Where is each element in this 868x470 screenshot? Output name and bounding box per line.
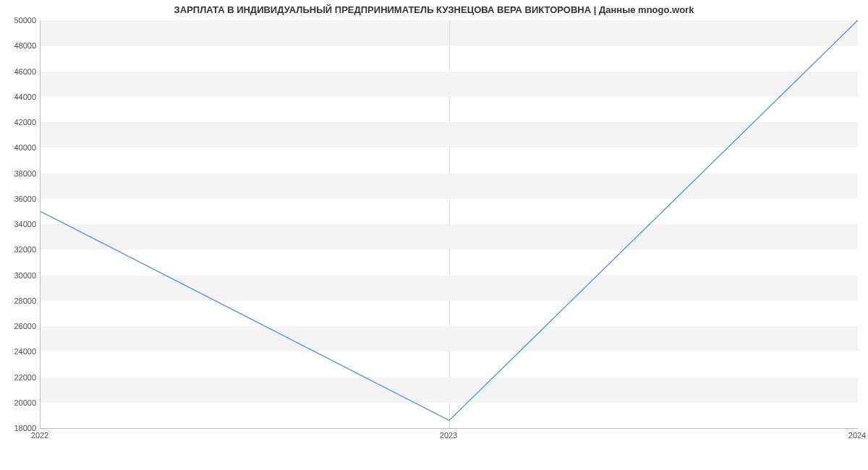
chart-container: ЗАРПЛАТА В ИНДИВИДУАЛЬНЫЙ ПРЕДПРИНИМАТЕЛ… (0, 0, 868, 470)
y-tick-label: 24000 (7, 347, 36, 356)
y-tick-label: 26000 (7, 322, 36, 330)
x-tick-label: 2023 (440, 431, 457, 440)
plot-area (40, 20, 858, 429)
y-tick-label: 42000 (7, 118, 36, 127)
x-tick-label: 2022 (31, 431, 48, 440)
chart-title: ЗАРПЛАТА В ИНДИВИДУАЛЬНЫЙ ПРЕДПРИНИМАТЕЛ… (0, 4, 868, 15)
y-tick-label: 40000 (7, 143, 36, 152)
y-tick-label: 44000 (7, 93, 36, 101)
y-tick-label: 32000 (7, 245, 36, 254)
y-tick-label: 28000 (7, 296, 36, 305)
y-tick-label: 22000 (7, 373, 36, 382)
y-tick-label: 46000 (7, 67, 36, 76)
y-tick-label: 48000 (7, 41, 36, 50)
x-tick-label: 2024 (848, 431, 866, 440)
line-series (41, 20, 858, 428)
y-tick-label: 20000 (7, 398, 36, 407)
y-tick-label: 50000 (7, 16, 36, 25)
y-tick-label: 30000 (7, 271, 36, 280)
y-tick-label: 34000 (7, 220, 36, 228)
y-tick-label: 38000 (7, 169, 36, 178)
y-tick-label: 36000 (7, 195, 36, 203)
